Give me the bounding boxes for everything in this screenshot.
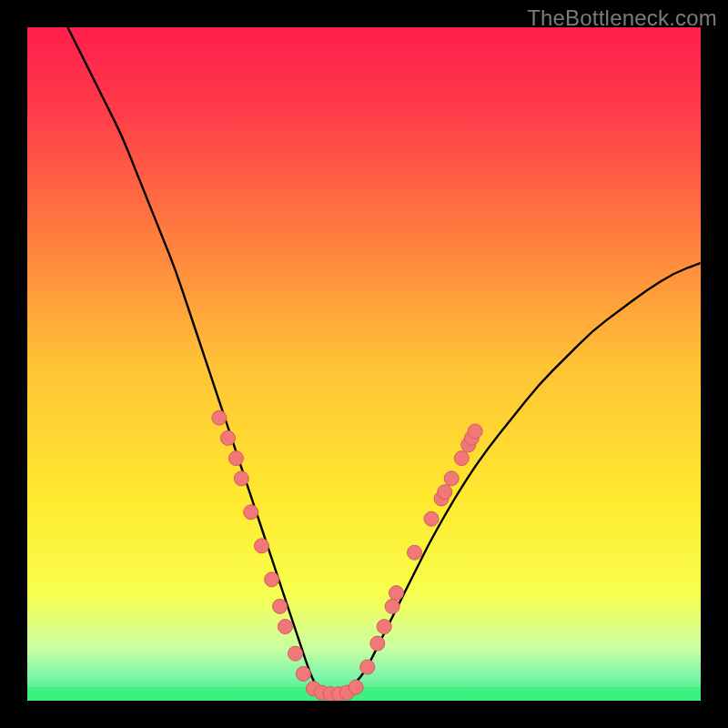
data-dot	[296, 666, 310, 681]
chart-svg	[27, 27, 701, 701]
data-dot	[221, 430, 236, 445]
data-dot	[444, 471, 459, 486]
data-dot	[360, 660, 375, 674]
data-dot	[234, 471, 248, 486]
data-dot	[288, 646, 303, 661]
data-dot	[349, 680, 363, 694]
data-dot	[389, 586, 404, 601]
gradient-background	[27, 27, 701, 701]
data-dot	[468, 424, 482, 439]
outer-black-frame: TheBottleneck.com	[0, 0, 728, 728]
data-dot	[424, 511, 439, 526]
plot-area	[27, 27, 701, 701]
data-dot	[385, 599, 399, 613]
data-dot	[454, 451, 469, 466]
data-dot	[370, 636, 385, 651]
data-dot	[408, 545, 422, 560]
data-dot	[265, 572, 279, 587]
data-dot	[244, 505, 258, 520]
data-dot	[377, 620, 391, 634]
bottom-green-band	[27, 687, 701, 701]
data-dot	[273, 599, 288, 613]
data-dot	[438, 485, 452, 500]
data-dot	[278, 620, 292, 634]
data-dot	[212, 410, 227, 425]
data-dot	[255, 539, 269, 553]
data-dot	[228, 451, 243, 466]
